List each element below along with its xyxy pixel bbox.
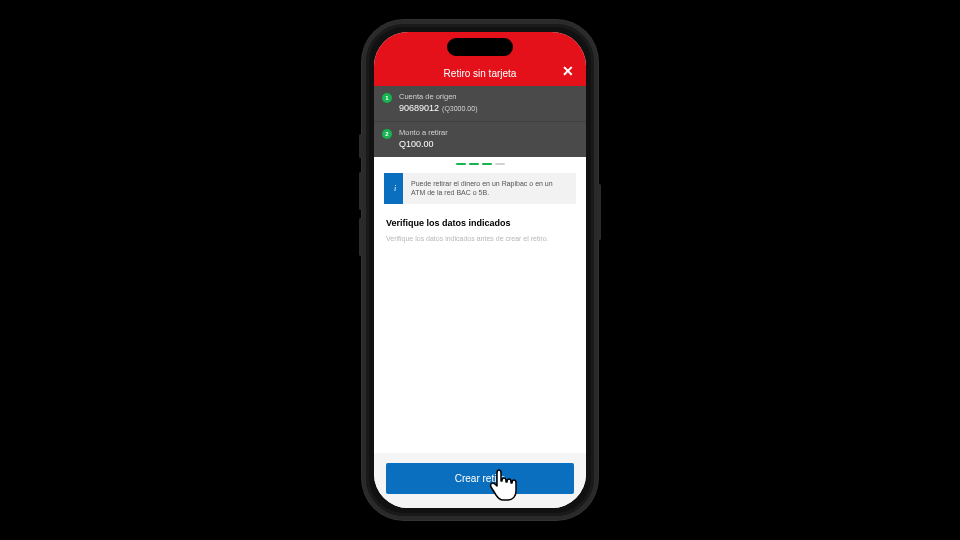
volume-up-button	[359, 172, 362, 210]
verify-title: Verifique los datos indicados	[386, 218, 574, 228]
step-label: Cuenta de origen	[399, 92, 576, 101]
step-origin-account[interactable]: 1 Cuenta de origen 90689012(Q3000.00)	[374, 86, 586, 122]
step-value: Q100.00	[399, 139, 576, 149]
progress-segment	[469, 163, 479, 165]
info-icon: i	[387, 173, 403, 204]
phone-screen: Retiro sin tarjeta ✕ 1 Cuenta de origen …	[374, 32, 586, 508]
step-amount[interactable]: 2 Monto a retirar Q100.00	[374, 122, 586, 157]
info-text: Puede retirar el dinero en un Rapibac o …	[403, 173, 576, 204]
side-button	[359, 134, 362, 158]
verify-section: Verifique los datos indicados Verifique …	[374, 212, 586, 453]
info-box: i Puede retirar el dinero en un Rapibac …	[384, 173, 576, 204]
power-button	[598, 184, 601, 240]
step-badge: 2	[382, 129, 392, 139]
cursor-hand-icon	[488, 468, 518, 502]
action-bar: Crear retiro	[374, 453, 586, 508]
create-withdrawal-button[interactable]: Crear retiro	[386, 463, 574, 494]
volume-down-button	[359, 218, 362, 256]
phone-frame: Retiro sin tarjeta ✕ 1 Cuenta de origen …	[362, 20, 598, 520]
progress-segment	[495, 163, 505, 165]
progress-segment	[482, 163, 492, 165]
page-title: Retiro sin tarjeta	[444, 68, 517, 79]
summary-steps: 1 Cuenta de origen 90689012(Q3000.00) 2 …	[374, 86, 586, 157]
step-label: Monto a retirar	[399, 128, 576, 137]
step-value: 90689012(Q3000.00)	[399, 103, 576, 113]
dynamic-island	[447, 38, 513, 56]
step-badge: 1	[382, 93, 392, 103]
close-icon[interactable]: ✕	[562, 64, 574, 78]
progress-segment	[456, 163, 466, 165]
progress-bar	[374, 157, 586, 169]
verify-hint: Verifique los datos indicados antes de c…	[386, 234, 574, 243]
